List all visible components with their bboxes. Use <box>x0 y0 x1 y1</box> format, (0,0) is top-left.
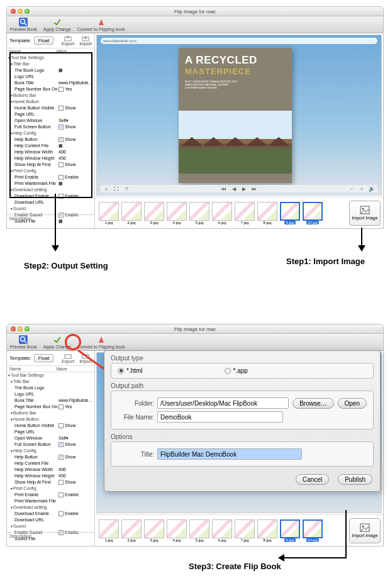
apply-icon <box>53 18 62 26</box>
thumb-image <box>189 202 209 221</box>
thumb-label: 1.jpg <box>104 221 113 225</box>
thumbnail[interactable]: 8.jpg <box>257 202 277 225</box>
thumbnail[interactable]: 7.jpg <box>235 202 255 225</box>
step3-label: Step3: Create Flip Book <box>189 562 281 571</box>
book-preview[interactable]: www.flipbuilder.com A RECYCLED MASTERPIE… <box>96 35 382 196</box>
thumb-image <box>189 519 209 538</box>
thumb-label: 8.jpg <box>263 221 271 225</box>
url-bar: www.flipbuilder.com <box>101 38 377 44</box>
help-icon[interactable]: ? <box>123 186 130 192</box>
magnifier-icon <box>19 18 28 26</box>
svg-marker-10 <box>52 245 59 252</box>
thumb-image <box>144 519 164 538</box>
page-headline: A RECYCLED <box>185 54 286 67</box>
thumbnail[interactable]: 8.jpg <box>257 519 277 542</box>
app-window: Flip Image for mac Preview Book Apply Ch… <box>6 6 384 229</box>
thumbnail[interactable]: 2.jpg <box>121 519 142 542</box>
home-icon[interactable]: ⌂ <box>103 186 109 192</box>
filename-field[interactable]: DemoBook <box>157 411 283 423</box>
toolbar-2: Preview Book Apply Change Convert to Fli… <box>7 334 383 351</box>
import-icon <box>82 35 89 42</box>
prev-page-icon[interactable]: ◀ <box>231 186 237 192</box>
thumb-image <box>303 202 323 221</box>
svg-point-0 <box>21 19 25 24</box>
thumbnail[interactable]: 3.jpg <box>144 519 164 542</box>
cancel-button[interactable]: Cancel <box>296 474 329 485</box>
template-select[interactable]: Float <box>34 36 54 45</box>
thumbnail[interactable]: 10.jpg <box>303 202 323 225</box>
image-icon <box>360 206 370 214</box>
preview-area: www.flipbuilder.com A RECYCLED MASTERPIE… <box>95 33 383 228</box>
thumbnail[interactable]: 4.jpg <box>167 519 187 542</box>
thumbnail[interactable]: 6.jpg <box>212 202 232 225</box>
export-button[interactable]: Export <box>62 35 74 46</box>
book-page: A RECYCLED MASTERPIECE BUILT USING MORE … <box>179 48 292 183</box>
next-page-icon[interactable]: ▶ <box>241 186 247 192</box>
apply-icon <box>53 335 62 344</box>
preview-book-button[interactable]: Preview Book <box>10 18 37 31</box>
titlebar: Flip Image for mac <box>7 7 383 16</box>
thumb-label: 9.jpg <box>284 221 295 225</box>
zoom-in-icon[interactable]: ＋ <box>359 186 365 192</box>
title-field[interactable]: FlipBuilder Mac DemoBook <box>157 448 302 460</box>
thumb-image <box>99 519 119 538</box>
thumb-image <box>257 519 277 538</box>
thumbnail[interactable]: 4.jpg <box>167 202 187 225</box>
thumbnail[interactable]: 5.jpg <box>189 519 209 542</box>
browse-button[interactable]: Browse… <box>292 398 333 409</box>
thumbnail[interactable]: 2.jpg <box>121 202 142 225</box>
step1-label: Step1: Import Image <box>286 257 365 266</box>
zoom-out-icon[interactable]: − <box>348 186 355 192</box>
window-title-2: Flip Image for mac <box>7 326 383 332</box>
svg-marker-20 <box>278 554 284 562</box>
last-page-icon[interactable]: ⏭ <box>251 186 257 192</box>
radio-app[interactable]: *.app <box>225 367 248 374</box>
toolbar: Preview Book Apply Change Convert to Fli… <box>7 16 383 33</box>
radio-html[interactable]: *.html <box>118 367 143 374</box>
preview-book-button[interactable]: Preview Book <box>10 335 37 349</box>
import-image-button[interactable]: Import Image <box>349 201 381 226</box>
svg-marker-8 <box>358 245 365 252</box>
page-blurb: BUILT USING MORE THAN A CENTURY OLD HAND… <box>185 80 242 89</box>
thumb-label: 3.jpg <box>150 538 158 542</box>
svg-marker-13 <box>99 336 104 343</box>
export-icon <box>64 35 72 42</box>
sound-icon[interactable]: 🔊 <box>369 186 375 192</box>
apply-change-button[interactable]: Apply Change <box>43 18 71 31</box>
export-button[interactable]: Export <box>62 353 74 363</box>
svg-point-6 <box>362 208 364 210</box>
template-select[interactable]: Float <box>34 354 54 362</box>
convert-button[interactable]: Convert to Flipping book <box>77 18 125 31</box>
properties-tree-2[interactable]: Tool Bar Settings Title Bar The Book Log… <box>7 372 94 542</box>
first-page-icon[interactable]: ⏮ <box>221 186 227 192</box>
folder-field[interactable]: /Users/user/Desktop/Mac FlipBook <box>157 397 289 409</box>
thumb-label: 2.jpg <box>127 221 135 225</box>
thumb-image <box>121 519 142 538</box>
description-panel: Description <box>7 532 94 546</box>
publish-button[interactable]: Publish <box>338 474 372 485</box>
thumb-image <box>121 202 142 221</box>
thumbnail[interactable]: 5.jpg <box>189 202 209 225</box>
import-image-button[interactable]: Import Image <box>349 518 381 543</box>
thumbnail[interactable]: 1.jpg <box>99 202 119 225</box>
thumbnail[interactable]: 1.jpg <box>99 519 119 542</box>
apply-change-button[interactable]: Apply Change <box>43 335 71 349</box>
thumb-label: 7.jpg <box>240 221 248 225</box>
fullscreen-icon[interactable]: ⛶ <box>113 186 120 192</box>
thumbnail[interactable]: 3.jpg <box>144 202 164 225</box>
thumb-label: 3.jpg <box>150 221 158 225</box>
thumb-image <box>167 202 187 221</box>
thumb-image <box>167 519 187 538</box>
thumbnail[interactable]: 9.jpg <box>280 202 300 225</box>
open-button[interactable]: Open <box>338 398 367 409</box>
convert-icon <box>97 335 106 344</box>
convert-button[interactable]: Convert to Flipping book <box>77 335 125 349</box>
thumbnail[interactable]: 6.jpg <box>212 519 232 542</box>
thumb-label: 4.jpg <box>172 538 181 542</box>
import-button[interactable]: Import <box>79 35 92 46</box>
thumb-image <box>235 202 255 221</box>
thumbnail[interactable]: 7.jpg <box>235 519 255 542</box>
options-label: Options <box>111 433 374 440</box>
thumb-label: 5.jpg <box>195 221 203 225</box>
svg-line-12 <box>25 341 26 343</box>
